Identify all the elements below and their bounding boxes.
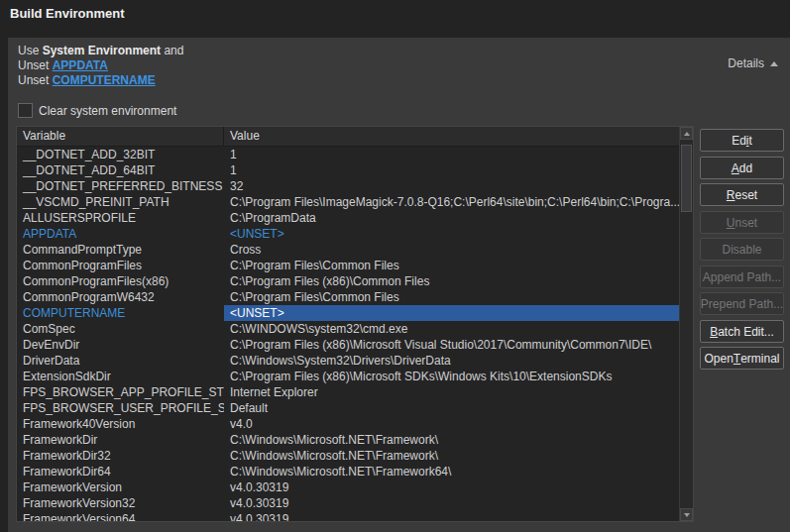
variable-cell[interactable]: FrameworkDir: [17, 432, 224, 448]
vertical-scrollbar[interactable]: [679, 127, 693, 521]
variable-cell[interactable]: FrameworkVersion64: [17, 511, 224, 521]
table-row[interactable]: CommandPromptTypeCross: [17, 242, 680, 258]
table-row[interactable]: ComSpecC:\WINDOWS\system32\cmd.exe: [17, 321, 680, 337]
variable-cell[interactable]: Framework40Version: [17, 416, 224, 432]
summary-line-unset-computername: Unset COMPUTERNAME: [18, 73, 183, 88]
table-row[interactable]: FPS_BROWSER_APP_PROFILE_STRINGInternet E…: [17, 384, 680, 400]
summary-and-text: and: [161, 44, 183, 57]
value-cell[interactable]: 1: [224, 162, 680, 178]
variable-cell[interactable]: CommonProgramFiles: [17, 258, 224, 273]
value-cell[interactable]: Default: [224, 400, 680, 416]
variable-cell[interactable]: FrameworkVersion: [17, 479, 224, 495]
value-cell[interactable]: C:\Program Files\Common Files: [224, 258, 680, 273]
page-title: Build Environment: [10, 6, 125, 21]
value-cell[interactable]: Internet Explorer: [224, 384, 680, 400]
variable-cell[interactable]: FPS_BROWSER_USER_PROFILE_STRING: [17, 400, 224, 416]
clear-system-environment-label: Clear system environment: [39, 104, 176, 118]
clear-system-environment-checkbox[interactable]: [18, 103, 33, 118]
column-header-value[interactable]: Value: [224, 127, 693, 146]
table-row[interactable]: ExtensionSdkDirC:\Program Files (x86)\Mi…: [17, 369, 680, 384]
value-cell[interactable]: v4.0: [224, 416, 680, 432]
table-row[interactable]: COMPUTERNAME<UNSET>: [17, 305, 680, 321]
table-header: Variable Value: [17, 127, 693, 147]
unset-button: Unset: [700, 211, 784, 234]
variable-cell[interactable]: APPDATA: [17, 226, 224, 242]
add-button[interactable]: Add: [700, 157, 784, 179]
value-cell[interactable]: C:\Windows\Microsoft.NET\Framework\: [224, 448, 680, 464]
variable-cell[interactable]: CommandPromptType: [17, 242, 224, 258]
table-row[interactable]: __DOTNET_ADD_32BIT1: [17, 147, 680, 162]
environment-variables-table: Variable Value __DOTNET_ADD_32BIT1__DOTN…: [16, 126, 694, 522]
edit-button[interactable]: Edit: [700, 129, 784, 152]
table-row[interactable]: CommonProgramFiles(x86)C:\Program Files …: [17, 273, 680, 289]
value-cell[interactable]: C:\Program Files (x86)\Microsoft SDKs\Wi…: [224, 369, 680, 384]
table-row[interactable]: DevEnvDirC:\Program Files (x86)\Microsof…: [17, 337, 680, 353]
value-cell[interactable]: C:\Program Files (x86)\Microsoft Visual …: [224, 337, 680, 353]
value-cell[interactable]: C:\ProgramData: [224, 210, 680, 226]
scroll-up-button[interactable]: [680, 127, 693, 140]
variable-cell[interactable]: __DOTNET_PREFERRED_BITNESS: [17, 178, 224, 194]
table-row[interactable]: CommonProgramW6432C:\Program Files\Commo…: [17, 289, 680, 305]
table-row[interactable]: FrameworkVersionv4.0.30319: [17, 479, 680, 495]
value-cell[interactable]: v4.0.30319: [224, 495, 680, 511]
unset-appdata-link[interactable]: APPDATA: [53, 58, 108, 72]
summary-system-environment-text: System Environment: [43, 44, 161, 57]
column-header-variable[interactable]: Variable: [17, 127, 224, 146]
table-row[interactable]: FPS_BROWSER_USER_PROFILE_STRINGDefault: [17, 400, 680, 416]
chevron-up-icon: [770, 61, 778, 66]
value-cell[interactable]: C:\Windows\Microsoft.NET\Framework64\: [224, 464, 680, 479]
variable-cell[interactable]: ALLUSERSPROFILE: [17, 210, 224, 226]
value-cell[interactable]: C:\Windows\System32\Drivers\DriverData: [224, 353, 680, 369]
unset-word: Unset: [18, 73, 49, 87]
value-cell[interactable]: <UNSET>: [224, 305, 680, 321]
reset-button[interactable]: Reset: [700, 183, 784, 206]
table-row[interactable]: ALLUSERSPROFILEC:\ProgramData: [17, 210, 680, 226]
variable-cell[interactable]: ComSpec: [17, 321, 224, 337]
variable-cell[interactable]: CommonProgramW6432: [17, 289, 224, 305]
value-cell[interactable]: C:\Windows\Microsoft.NET\Framework\: [224, 432, 680, 448]
value-cell[interactable]: C:\Program Files\ImageMagick-7.0.8-Q16;C…: [224, 194, 680, 210]
details-label: Details: [728, 56, 764, 70]
batch-edit-button[interactable]: Batch Edit...: [700, 320, 784, 343]
variable-cell[interactable]: FrameworkDir64: [17, 464, 224, 479]
table-row[interactable]: FrameworkVersion64v4.0.30319: [17, 511, 680, 521]
variable-cell[interactable]: ExtensionSdkDir: [17, 369, 224, 384]
value-cell[interactable]: C:\WINDOWS\system32\cmd.exe: [224, 321, 680, 337]
value-cell[interactable]: 32: [224, 178, 680, 194]
value-cell[interactable]: <UNSET>: [224, 226, 680, 242]
unset-word: Unset: [18, 58, 49, 72]
variable-cell[interactable]: CommonProgramFiles(x86): [17, 273, 224, 289]
variable-cell[interactable]: DriverData: [17, 353, 224, 369]
open-terminal-button[interactable]: Open Terminal: [700, 347, 784, 370]
table-row[interactable]: __DOTNET_PREFERRED_BITNESS32: [17, 178, 680, 194]
variable-cell[interactable]: __VSCMD_PREINIT_PATH: [17, 194, 224, 210]
table-row[interactable]: __DOTNET_ADD_64BIT1: [17, 162, 680, 178]
variable-cell[interactable]: __DOTNET_ADD_64BIT: [17, 162, 224, 178]
variable-cell[interactable]: FPS_BROWSER_APP_PROFILE_STRING: [17, 384, 224, 400]
table-row[interactable]: __VSCMD_PREINIT_PATHC:\Program Files\Ima…: [17, 194, 680, 210]
variable-cell[interactable]: DevEnvDir: [17, 337, 224, 353]
variable-cell[interactable]: FrameworkVersion32: [17, 495, 224, 511]
variable-cell[interactable]: __DOTNET_ADD_32BIT: [17, 147, 224, 162]
details-toggle[interactable]: Details: [728, 56, 778, 70]
scrollbar-thumb[interactable]: [681, 145, 692, 212]
table-row[interactable]: FrameworkDir32C:\Windows\Microsoft.NET\F…: [17, 448, 680, 464]
disable-button: Disable: [700, 238, 784, 261]
value-cell[interactable]: v4.0.30319: [224, 479, 680, 495]
table-row[interactable]: CommonProgramFilesC:\Program Files\Commo…: [17, 258, 680, 273]
value-cell[interactable]: 1: [224, 147, 680, 162]
value-cell[interactable]: v4.0.30319: [224, 511, 680, 521]
table-row[interactable]: FrameworkDir64C:\Windows\Microsoft.NET\F…: [17, 464, 680, 479]
scroll-down-button[interactable]: [680, 508, 693, 521]
table-row[interactable]: DriverDataC:\Windows\System32\Drivers\Dr…: [17, 353, 680, 369]
table-row[interactable]: FrameworkDirC:\Windows\Microsoft.NET\Fra…: [17, 432, 680, 448]
table-row[interactable]: APPDATA<UNSET>: [17, 226, 680, 242]
value-cell[interactable]: Cross: [224, 242, 680, 258]
variable-cell[interactable]: FrameworkDir32: [17, 448, 224, 464]
table-row[interactable]: Framework40Versionv4.0: [17, 416, 680, 432]
variable-cell[interactable]: COMPUTERNAME: [17, 305, 224, 321]
unset-computername-link[interactable]: COMPUTERNAME: [53, 73, 156, 87]
value-cell[interactable]: C:\Program Files\Common Files: [224, 289, 680, 305]
table-row[interactable]: FrameworkVersion32v4.0.30319: [17, 495, 680, 511]
value-cell[interactable]: C:\Program Files (x86)\Common Files: [224, 273, 680, 289]
